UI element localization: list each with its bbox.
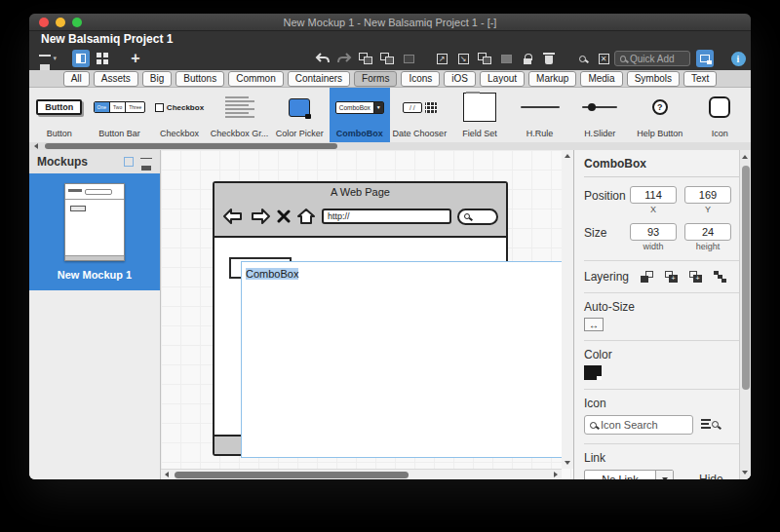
palette-item-combobox[interactable]: ComboBox▼ ComboBox bbox=[330, 88, 390, 142]
link-value: No Link bbox=[585, 471, 655, 479]
redo-button[interactable] bbox=[335, 49, 353, 68]
list-view-icon[interactable] bbox=[140, 158, 152, 166]
color-swatch[interactable] bbox=[584, 365, 602, 380]
panel-view-icon bbox=[76, 54, 86, 63]
browser-titlebar: A Web Page bbox=[214, 183, 506, 238]
toggle-panel-view-button[interactable] bbox=[72, 50, 90, 67]
scroll-down-icon[interactable] bbox=[565, 461, 570, 465]
canvas-scrollbar-thumb[interactable] bbox=[175, 472, 409, 478]
export-image-button[interactable]: ✕ bbox=[595, 49, 612, 68]
paste-button[interactable] bbox=[400, 49, 417, 68]
transform-button[interactable]: ↗ bbox=[433, 49, 450, 68]
stop-x-icon bbox=[277, 209, 291, 223]
link-dropdown[interactable]: No Link bbox=[584, 470, 674, 479]
scroll-left-icon[interactable] bbox=[34, 143, 38, 149]
convert-button[interactable]: ↘ bbox=[454, 49, 472, 68]
tab-icons[interactable]: Icons bbox=[401, 71, 440, 87]
mockups-header: Mockups bbox=[29, 150, 160, 173]
component-palette: Button Button OneTwoThree Button Bar Che… bbox=[29, 88, 751, 142]
palette-item-h-rule[interactable]: H.Rule bbox=[510, 88, 570, 142]
mockup-list-item[interactable]: New Mockup 1 bbox=[29, 173, 160, 290]
send-backward-icon[interactable]: + bbox=[689, 271, 702, 283]
inspector-scrollbar[interactable] bbox=[739, 150, 751, 479]
tab-common[interactable]: Common bbox=[228, 71, 284, 87]
palette-item-color-picker[interactable]: Color Picker bbox=[269, 88, 330, 142]
ui-library-button[interactable] bbox=[696, 50, 714, 67]
palette-item-button[interactable]: Button Button bbox=[29, 88, 90, 142]
palette-scrollbar-thumb[interactable] bbox=[45, 143, 337, 149]
autosize-toggle[interactable]: ↔ bbox=[584, 318, 604, 331]
palette-item-field-set[interactable]: Field Set bbox=[449, 88, 510, 142]
scroll-up-icon[interactable] bbox=[742, 155, 748, 159]
position-x-input[interactable] bbox=[630, 186, 677, 204]
inspector-scrollbar-thumb[interactable] bbox=[742, 166, 750, 390]
window-title: New Mockup 1 - New Balsamiq Project 1 - … bbox=[29, 17, 751, 28]
icon-library-button[interactable] bbox=[701, 418, 719, 432]
size-width-input[interactable] bbox=[630, 223, 677, 241]
grid-view-button[interactable] bbox=[94, 49, 111, 68]
combobox-edit-text[interactable]: ComboBox bbox=[246, 268, 298, 280]
palette-item-checkbox[interactable]: Checkbox Checkbox bbox=[149, 88, 210, 142]
dropdown-button[interactable] bbox=[655, 471, 673, 479]
app-window: New Mockup 1 - New Balsamiq Project 1 - … bbox=[29, 14, 751, 479]
quick-add-box[interactable] bbox=[614, 51, 690, 66]
group-button[interactable] bbox=[476, 49, 493, 68]
duplicate-button[interactable] bbox=[378, 49, 396, 68]
tab-media[interactable]: Media bbox=[580, 71, 622, 87]
align-button[interactable] bbox=[497, 49, 515, 68]
bring-forward-icon[interactable] bbox=[641, 271, 653, 283]
application-menu-button[interactable]: ▾ bbox=[39, 49, 57, 68]
new-mockup-button[interactable]: + bbox=[127, 49, 144, 68]
quick-add-input[interactable] bbox=[630, 54, 684, 64]
search-icon bbox=[712, 421, 719, 428]
bring-to-front-icon[interactable]: + bbox=[665, 271, 678, 283]
align-icon bbox=[501, 55, 512, 63]
copy-button[interactable] bbox=[357, 49, 374, 68]
category-tab-bar: All Assets Big Buttons Common Containers… bbox=[29, 70, 751, 88]
browser-title: A Web Page bbox=[214, 183, 506, 198]
combobox-widget-icon: ComboBox▼ bbox=[335, 101, 384, 114]
palette-item-checkbox-group[interactable]: Checkbox Gr... bbox=[210, 88, 270, 142]
palette-item-icon[interactable]: Icon bbox=[690, 88, 751, 142]
palette-item-help-button[interactable]: ? Help Button bbox=[630, 88, 690, 142]
undo-button[interactable] bbox=[314, 49, 332, 68]
palette-item-h-slider[interactable]: H.Slider bbox=[569, 88, 630, 142]
send-to-back-icon[interactable] bbox=[714, 271, 726, 283]
icon-search-input[interactable] bbox=[601, 419, 679, 431]
palette-item-button-bar[interactable]: OneTwoThree Button Bar bbox=[90, 88, 150, 142]
tab-big[interactable]: Big bbox=[142, 71, 172, 87]
lock-button[interactable] bbox=[519, 49, 536, 68]
scroll-left-icon[interactable] bbox=[165, 472, 169, 477]
tab-assets[interactable]: Assets bbox=[94, 71, 138, 87]
scroll-down-icon[interactable] bbox=[742, 471, 748, 475]
duplicate-icon bbox=[380, 53, 394, 64]
clipboard-icon bbox=[404, 55, 414, 63]
checkbox-group-widget-icon bbox=[225, 96, 254, 118]
scroll-right-icon[interactable] bbox=[554, 472, 558, 477]
tab-markup[interactable]: Markup bbox=[528, 71, 576, 87]
delete-button[interactable] bbox=[540, 49, 558, 68]
tab-layout[interactable]: Layout bbox=[480, 71, 525, 87]
canvas-vertical-scrollbar[interactable] bbox=[562, 150, 573, 469]
icon-search-box[interactable] bbox=[584, 415, 693, 435]
position-y-input[interactable] bbox=[684, 186, 731, 204]
canvas[interactable]: A Web Page bbox=[161, 150, 573, 479]
tab-buttons[interactable]: Buttons bbox=[176, 71, 224, 87]
inspector-toggle-button[interactable]: i bbox=[729, 49, 747, 68]
canvas-horizontal-scrollbar[interactable] bbox=[161, 469, 562, 479]
tab-all[interactable]: All bbox=[63, 71, 90, 87]
thumbnail-view-icon[interactable] bbox=[124, 157, 134, 167]
hide-link[interactable]: Hide bbox=[699, 473, 723, 479]
palette-item-date-chooser[interactable]: / / Date Chooser bbox=[390, 88, 450, 142]
tab-text[interactable]: Text bbox=[683, 71, 717, 87]
tab-ios[interactable]: iOS bbox=[444, 71, 476, 87]
browser-url-field: http:// bbox=[322, 209, 451, 224]
tab-containers[interactable]: Containers bbox=[288, 71, 350, 87]
tab-symbols[interactable]: Symbols bbox=[627, 71, 680, 87]
size-height-input[interactable] bbox=[684, 223, 731, 241]
tab-forms[interactable]: Forms bbox=[354, 71, 397, 87]
palette-scrollbar[interactable] bbox=[29, 142, 751, 150]
zoom-button[interactable] bbox=[573, 49, 591, 68]
combobox-edit-overlay[interactable]: ComboBox bbox=[241, 261, 566, 458]
scroll-up-icon[interactable] bbox=[565, 154, 570, 158]
